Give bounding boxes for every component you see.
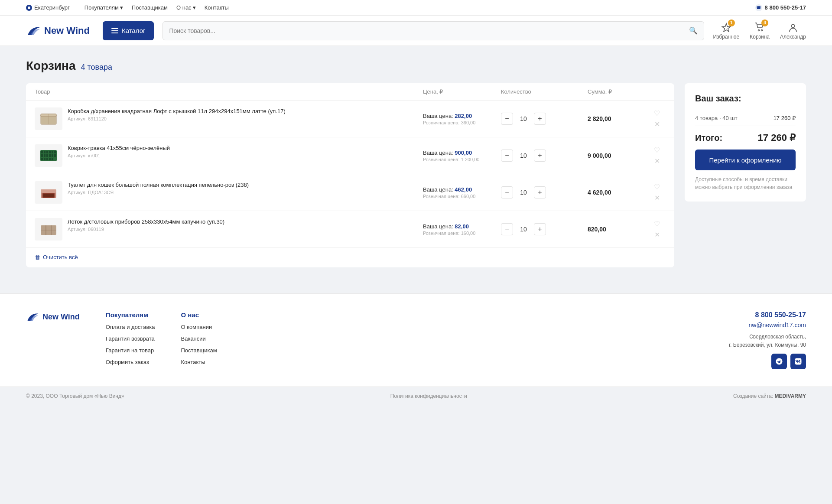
footer-link-company[interactable]: О компании [181, 324, 217, 330]
catalog-button[interactable]: Каталог [103, 21, 154, 40]
footer-bottom: © 2023, ООО Торговый дом «Нью Винд» Поли… [0, 387, 832, 405]
retail-price-3: Розничная цена: 660,00 [423, 194, 501, 199]
svg-rect-17 [52, 154, 53, 157]
checkout-button[interactable]: Перейти к оформлению [695, 150, 796, 170]
item-sum-2: 9 000,00 [588, 152, 648, 159]
qty-minus-1[interactable]: − [501, 113, 513, 125]
order-summary: Ваш заказ: 4 товара · 40 шт 17 260 ₽ Ито… [685, 83, 806, 202]
retail-price-4: Розничная цена: 160,00 [423, 231, 501, 236]
footer-creator-label: Создание сайта: [733, 393, 773, 399]
svg-rect-15 [46, 154, 48, 157]
item-delete-3[interactable]: ✕ [654, 194, 660, 202]
delivery-note: Доступные способы и время доставки можно… [695, 176, 796, 191]
item-name-2: Коврик-травка 41х55см чёрно-зелёный [68, 144, 170, 152]
item-delete-2[interactable]: ✕ [654, 157, 660, 165]
item-name-4: Лоток д/столовых приборов 258х330х54мм к… [68, 218, 224, 226]
item-favorite-1[interactable]: ♡ [654, 109, 660, 117]
svg-rect-21 [46, 158, 48, 160]
svg-rect-11 [52, 151, 53, 153]
phone-icon: ☎ [755, 4, 762, 11]
footer-link-contacts[interactable]: Контакты [181, 359, 217, 365]
table-row: Коробка д/хранения квадратная Лофт с кры… [26, 101, 674, 137]
item-favorite-2[interactable]: ♡ [654, 146, 660, 154]
item-actions-4: ♡ ✕ [648, 220, 666, 239]
svg-rect-27 [43, 194, 54, 197]
footer-about-title: О нас [181, 311, 217, 319]
item-name-1: Коробка д/хранения квадратная Лофт с кры… [68, 107, 286, 115]
topbar-phone: ☎ 8 800 550-25-17 [755, 4, 806, 11]
footer-link-suppliers[interactable]: Поставщикам [181, 347, 217, 354]
col-product: Товар [35, 88, 423, 95]
nav-contacts[interactable]: Контакты [205, 4, 229, 11]
cart-action[interactable]: 4 Корзина [750, 22, 770, 40]
search-input[interactable] [169, 27, 689, 34]
logo[interactable]: New Wind [26, 25, 90, 37]
qty-value-3: 10 [517, 189, 530, 196]
nav-about[interactable]: О нас ▾ [176, 4, 196, 11]
item-sum-4: 820,00 [588, 226, 648, 233]
qty-minus-3[interactable]: − [501, 186, 513, 198]
qty-value-2: 10 [517, 152, 530, 159]
clear-all-button[interactable]: 🗑 Очистить всё [26, 248, 674, 260]
item-image-2 [35, 144, 62, 167]
header: New Wind Каталог 🔍 1 Избранное [0, 16, 832, 46]
vk-button[interactable] [790, 354, 806, 369]
qty-plus-2[interactable]: + [534, 150, 546, 162]
star-icon: 1 [721, 22, 732, 33]
item-qty-1: − 10 + [501, 113, 588, 125]
item-price-3: Ваша цена: 462,00 Розничная цена: 660,00 [423, 186, 501, 199]
logo-icon [26, 25, 42, 37]
user-action[interactable]: Александр [780, 22, 806, 40]
qty-plus-3[interactable]: + [534, 186, 546, 198]
retail-price-2: Розничная цена: 1 200,00 [423, 157, 501, 162]
item-delete-4[interactable]: ✕ [654, 231, 660, 239]
search-button[interactable]: 🔍 [689, 26, 698, 35]
footer-link-return[interactable]: Гарантия возврата [106, 335, 155, 342]
telegram-button[interactable] [771, 354, 787, 369]
item-favorite-4[interactable]: ♡ [654, 220, 660, 228]
logo-text: New Wind [44, 25, 90, 36]
svg-rect-22 [49, 158, 51, 160]
nav-buyers[interactable]: Покупателям ▾ [84, 4, 123, 11]
qty-value-4: 10 [517, 226, 530, 233]
footer-email[interactable]: nw@newwind17.com [749, 322, 806, 328]
page-title-area: Корзина 4 товара [26, 59, 806, 73]
col-sum: Сумма, ₽ [588, 88, 648, 95]
footer-logo-icon [26, 311, 40, 322]
qty-plus-1[interactable]: + [534, 113, 546, 125]
item-article-2: Артикул: кт001 [68, 153, 170, 158]
footer-privacy[interactable]: Политика конфиденциальности [390, 393, 467, 399]
svg-point-1 [761, 29, 763, 31]
footer-logo[interactable]: New Wind [26, 311, 80, 322]
table-row: Туалет для кошек большой полная комплект… [26, 174, 674, 211]
col-price: Цена, ₽ [423, 88, 501, 95]
footer-link-payment[interactable]: Оплата и доставка [106, 324, 155, 330]
footer-phone[interactable]: 8 800 550-25-17 [755, 311, 806, 319]
favorites-badge: 1 [728, 20, 735, 26]
item-article-1: Артикул: 6911120 [68, 116, 286, 121]
footer-link-vacancies[interactable]: Вакансии [181, 335, 217, 342]
item-actions-1: ♡ ✕ [648, 109, 666, 128]
qty-minus-4[interactable]: − [501, 223, 513, 235]
telegram-icon [775, 358, 783, 365]
topbar-location: Екатеринбург [26, 4, 70, 11]
item-info-3: Туалет для кошек большой полная комплект… [68, 181, 249, 195]
item-info-2: Коврик-травка 41х55см чёрно-зелёный Арти… [68, 144, 170, 158]
footer-link-warranty[interactable]: Гарантия на товар [106, 347, 155, 354]
item-info-1: Коробка д/хранения квадратная Лофт с кры… [68, 107, 286, 121]
nav-suppliers[interactable]: Поставщикам [132, 4, 168, 11]
favorites-action[interactable]: 1 Избранное [713, 22, 739, 40]
topbar: Екатеринбург Покупателям ▾ Поставщикам О… [0, 0, 832, 16]
item-delete-1[interactable]: ✕ [654, 120, 660, 128]
svg-rect-9 [46, 151, 48, 153]
footer-link-order[interactable]: Оформить заказ [106, 359, 155, 365]
qty-plus-4[interactable]: + [534, 223, 546, 235]
cart-header: Товар Цена, ₽ Количество Сумма, ₽ [26, 83, 674, 101]
favorites-label: Избранное [713, 34, 739, 40]
svg-rect-13 [41, 154, 43, 157]
svg-rect-12 [54, 151, 56, 153]
item-favorite-3[interactable]: ♡ [654, 183, 660, 191]
item-sum-3: 4 620,00 [588, 189, 648, 196]
qty-minus-2[interactable]: − [501, 150, 513, 162]
svg-rect-14 [44, 154, 46, 157]
